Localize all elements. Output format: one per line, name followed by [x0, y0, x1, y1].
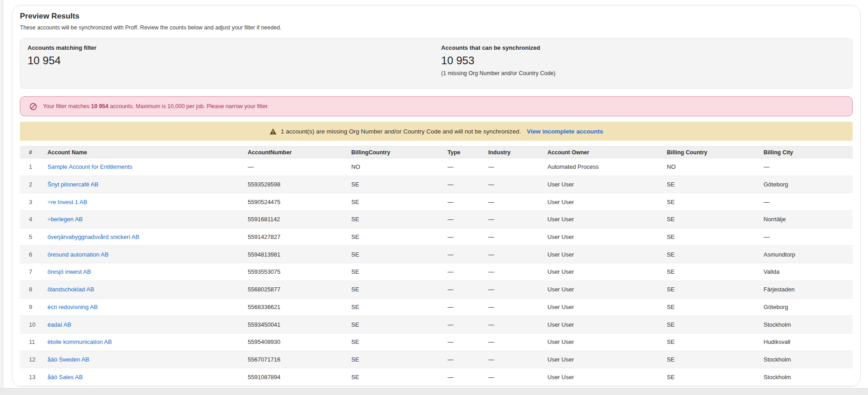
page-edge-strip	[0, 0, 3, 395]
billing-country-cell: SE	[663, 281, 760, 298]
account-number-cell: 5568336621	[244, 298, 348, 316]
stat-matching-value: 10 954	[28, 54, 441, 67]
billing-country-cell: SE	[663, 298, 760, 316]
account-number-cell: —	[244, 158, 348, 176]
billingcountry-cell: SE	[348, 246, 444, 263]
account-number-cell: 5593553075	[244, 263, 348, 281]
account-owner-cell: User User	[544, 246, 663, 263]
industry-cell: —	[485, 351, 544, 368]
billing-country-cell: SE	[663, 176, 760, 193]
account-owner-cell: User User	[544, 298, 663, 316]
account-name-link[interactable]: ÷berlegen AB	[47, 216, 83, 223]
type-cell: —	[444, 228, 485, 246]
type-cell: —	[444, 246, 485, 263]
industry-cell: —	[485, 246, 544, 263]
column-header-account-name: Account Name	[44, 147, 244, 158]
column-header-type: Type	[444, 147, 485, 158]
billing-country-cell: SE	[663, 368, 760, 386]
bottom-background-strip	[0, 388, 868, 395]
row-index-cell: 1	[20, 158, 44, 176]
column-header-account-number: AccountNumber	[244, 147, 348, 158]
billing-city-cell: Vallda	[760, 263, 853, 281]
table-row: 12 åäö Sweden AB 5567071716 SE — — User …	[20, 351, 853, 368]
account-name-link[interactable]: överjärvabyggnadsvård snickeri AB	[47, 233, 139, 240]
billing-city-cell: Göteborg	[760, 176, 853, 193]
stat-matching-label: Accounts matching filter	[28, 44, 441, 51]
stat-sync-label: Accounts that can be synchronized	[441, 44, 556, 51]
preview-results-card: Preview Results These accounts will be s…	[12, 5, 861, 387]
account-number-cell: 5595408930	[244, 333, 348, 351]
stat-matching: Accounts matching filter 10 954	[28, 44, 441, 82]
accounts-table: # Account Name AccountNumber BillingCoun…	[20, 146, 853, 386]
type-cell: —	[444, 263, 485, 281]
row-index-cell: 9	[20, 298, 44, 316]
account-owner-cell: User User	[544, 193, 663, 211]
column-header-index: #	[20, 147, 44, 158]
account-owner-cell: User User	[544, 368, 663, 386]
account-name-link[interactable]: åäö Sweden AB	[47, 356, 90, 363]
page-title: Preview Results	[20, 12, 853, 21]
account-name-link[interactable]: écri redovisning AB	[47, 304, 98, 310]
billing-city-cell: Stockholm	[760, 351, 853, 368]
account-number-cell: 5594813981	[244, 246, 348, 263]
page-subtitle: These accounts will be synchronized with…	[20, 24, 853, 31]
account-number-cell: 5591087894	[244, 368, 348, 386]
billingcountry-cell: SE	[348, 316, 444, 333]
billing-country-cell: SE	[663, 316, 760, 333]
type-cell: —	[444, 158, 485, 176]
column-header-industry: Industry	[485, 147, 544, 158]
industry-cell: —	[485, 298, 544, 316]
stat-sync-value: 10 953	[441, 54, 556, 67]
account-name-link[interactable]: ètoile kommunication AB	[47, 338, 112, 345]
billing-city-cell: Hudiksvall	[760, 333, 853, 351]
billingcountry-cell: SE	[348, 351, 444, 368]
billing-city-cell: —	[760, 193, 853, 211]
type-cell: —	[444, 298, 485, 316]
billingcountry-cell: SE	[348, 368, 444, 386]
column-header-billingcountry: BillingCountry	[348, 147, 444, 158]
billingcountry-cell: SE	[348, 228, 444, 246]
view-incomplete-accounts-link[interactable]: View incomplete accounts	[527, 128, 603, 135]
billingcountry-cell: SE	[348, 176, 444, 193]
column-header-account-owner: Account Owner	[544, 147, 663, 158]
billing-country-cell: SE	[663, 211, 760, 228]
account-name-link[interactable]: Šnyt pilsnercafé AB	[47, 181, 99, 188]
account-name-link[interactable]: Sample Account for Entitlements	[47, 163, 132, 170]
industry-cell: —	[485, 193, 544, 211]
billingcountry-cell: NO	[348, 158, 444, 176]
account-name-cell: åäö Sales AB	[44, 368, 244, 386]
account-name-link[interactable]: ÷re Invest 1 AB	[47, 199, 87, 205]
row-index-cell: 8	[20, 281, 44, 298]
account-name-link[interactable]: öresjö inwest AB	[47, 268, 91, 275]
row-index-cell: 11	[20, 333, 44, 351]
incomplete-accounts-warning-banner: 1 account(s) are missing Org Number and/…	[20, 122, 853, 141]
no-entry-icon	[29, 103, 37, 110]
account-name-link[interactable]: öresund automation AB	[47, 251, 108, 258]
billing-city-cell: Stockholm	[760, 316, 853, 333]
row-index-cell: 13	[20, 368, 44, 386]
account-name-link[interactable]: éadaí AB	[47, 321, 71, 328]
account-name-cell: åäö Sweden AB	[44, 351, 244, 368]
billingcountry-cell: SE	[348, 333, 444, 351]
account-name-cell: ètoile kommunication AB	[44, 333, 244, 351]
table-row: 5 överjärvabyggnadsvård snickeri AB 5591…	[20, 228, 853, 246]
filter-limit-error-banner: Your filter matches 10 954 accounts. Max…	[20, 96, 853, 116]
account-name-cell: överjärvabyggnadsvård snickeri AB	[44, 228, 244, 246]
account-name-link[interactable]: ölandschoklad AB	[47, 286, 94, 293]
table-row: 13 åäö Sales AB 5591087894 SE — — User U…	[20, 368, 853, 386]
table-row: 8 ölandschoklad AB 5568025877 SE — — Use…	[20, 281, 853, 298]
account-owner-cell: User User	[544, 176, 663, 193]
billing-country-cell: SE	[663, 333, 760, 351]
row-index-cell: 12	[20, 351, 44, 368]
account-name-link[interactable]: åäö Sales AB	[47, 374, 83, 381]
error-message-suffix: accounts. Maximum is 10,000 per job. Ple…	[108, 103, 269, 109]
industry-cell: —	[485, 333, 544, 351]
stats-panel: Accounts matching filter 10 954 Accounts…	[20, 38, 853, 89]
column-header-billing-country: Billing Country	[663, 147, 760, 158]
table-row: 11 ètoile kommunication AB 5595408930 SE…	[20, 333, 853, 351]
industry-cell: —	[485, 316, 544, 333]
billing-country-cell: SE	[663, 263, 760, 281]
table-row: 7 öresjö inwest AB 5593553075 SE — — Use…	[20, 263, 853, 281]
industry-cell: —	[485, 368, 544, 386]
type-cell: —	[444, 281, 485, 298]
